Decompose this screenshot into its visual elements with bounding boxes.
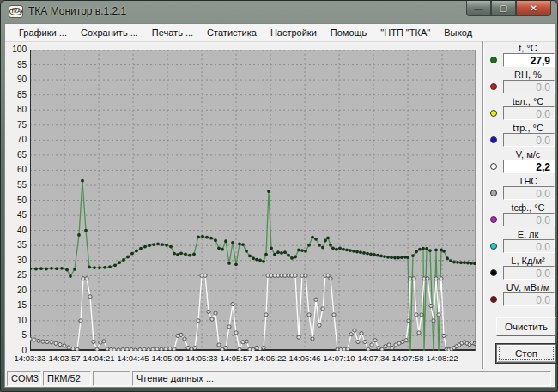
data-point [324,239,327,243]
data-point [349,249,352,252]
data-point [452,261,456,264]
data-point [176,253,179,256]
data-point [231,241,234,244]
data-point [422,247,425,250]
menu-item-3[interactable]: Статистика [200,26,264,39]
data-point [412,277,415,280]
clear-button[interactable]: Очистить [496,317,556,336]
status-cell-1: ПКМ/52 [43,371,91,386]
data-point [390,256,393,259]
maximize-button[interactable]: ▢ [491,1,516,16]
data-point [125,347,129,351]
data-point [466,262,470,265]
data-point [39,267,43,270]
data-point [307,313,311,317]
panel-divider [482,41,484,369]
data-point [126,256,130,259]
sensor-value-8: 0.0 [503,266,555,280]
data-point [434,249,438,252]
sensor-value-7: 0.0 [503,239,555,253]
menu-item-6[interactable]: "НТП "ТКА" [373,26,437,39]
menu-item-2[interactable]: Печать ... [145,26,200,39]
data-point [134,348,137,351]
sensor-value-1: 0.0 [503,80,555,93]
data-point [245,250,248,253]
menu-item-1[interactable]: Сохранить ... [74,26,145,39]
data-point [359,250,362,254]
data-point [50,341,53,344]
data-point [307,244,311,247]
data-point [349,333,353,336]
data-point [143,245,147,249]
data-point [234,262,238,266]
data-point [345,249,349,252]
data-point [394,343,397,347]
menu-item-7[interactable]: Выход [437,26,479,39]
data-point [209,237,213,240]
close-button[interactable]: ✕ [516,1,551,16]
data-point [214,311,217,315]
menu-bar: Графики ...Сохранить ...Печать ...Статис… [5,24,555,42]
data-point [73,268,76,271]
x-tick-label: 14:07:10 [324,353,355,363]
menu-item-4[interactable]: Настройки [264,26,324,39]
data-point [404,339,408,342]
window-title: ТКА Монитор в.1.2.1 [28,5,126,17]
sensor-label-9: UV, мВт/м [501,282,555,292]
data-point [81,179,84,183]
data-point [360,332,363,335]
stop-button[interactable]: Стоп [496,344,556,363]
data-point [179,251,183,255]
data-point [267,190,270,193]
data-point [407,319,410,323]
window-controls: — ▢ ✕ [466,1,551,16]
data-point [139,247,143,250]
data-point [79,319,82,323]
sensor-value-6: 0.0 [503,213,555,226]
y-tick-label: 10 [17,317,27,325]
data-point [112,348,116,351]
title-bar[interactable]: ТКА ТКА Монитор в.1.2.1 — ▢ ✕ [1,1,557,23]
data-point [470,262,473,265]
data-point [76,347,79,351]
data-point [297,249,300,252]
y-tick-label: 55 [17,181,27,190]
data-point [152,243,155,246]
minimize-button[interactable]: — [466,1,491,16]
x-tick-label: 14:05:33 [186,353,218,363]
data-point [397,256,400,260]
data-point [387,343,391,347]
menu-item-5[interactable]: Помощь [324,26,374,39]
chart-plot[interactable] [30,50,476,351]
data-point [329,277,332,280]
sensor-label-2: tвл., °C [501,96,555,106]
data-point [130,348,133,352]
data-point [283,250,287,254]
sensor-color-dot-4 [490,163,497,170]
data-point [217,343,221,347]
data-point [55,267,58,270]
data-point [373,339,377,342]
data-point [164,347,167,351]
data-point [214,238,217,242]
y-tick-label: 15 [17,301,27,310]
y-tick-label: 30 [17,256,27,265]
data-point [63,344,66,347]
data-point [420,313,423,317]
y-tick-label: 95 [17,61,27,69]
data-point [264,253,268,256]
app-icon[interactable]: ТКА [9,5,23,18]
data-point [30,268,32,271]
data-point [406,256,409,259]
data-point [321,307,324,311]
data-point [356,340,360,343]
data-point [103,266,106,269]
data-point [367,347,370,351]
data-point [248,255,252,258]
data-point [245,340,248,343]
sensor-color-dot-5 [490,190,497,196]
y-tick-label: 40 [17,226,27,235]
menu-item-0[interactable]: Графики ... [12,26,74,39]
data-point [188,254,191,257]
y-tick-label: 60 [17,166,27,174]
